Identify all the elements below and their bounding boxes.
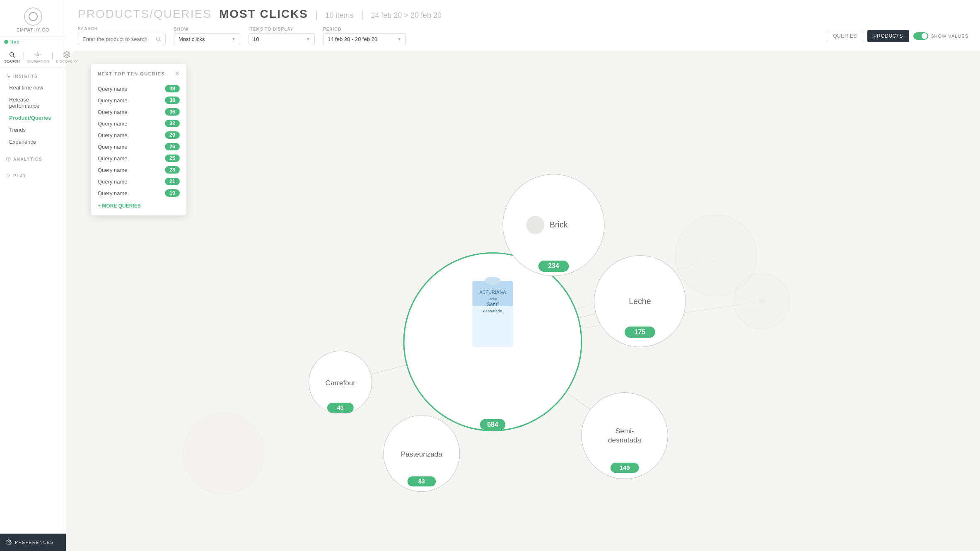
items-filter: ITEMS TO DISPLAY 10 25 50 ▼ xyxy=(249,27,315,45)
insights-label: INSIGHTS xyxy=(6,74,60,79)
sidebar-nav: SEARCH | NAVIGATION | DISCOVERY xyxy=(0,47,66,68)
query-row[interactable]: Query name 29 xyxy=(98,129,180,141)
show-values-label: SHOW VALUES xyxy=(931,34,968,39)
preferences-button[interactable]: PREFERENCES xyxy=(0,534,66,551)
search-icon xyxy=(155,36,161,42)
page-title-sub: MOST CLICKS xyxy=(219,7,308,21)
query-row[interactable]: Query name 23 xyxy=(98,164,180,176)
svg-text:234: 234 xyxy=(548,262,559,269)
query-name: Query name xyxy=(98,144,128,150)
sidebar-item-release[interactable]: Release performance xyxy=(6,94,60,111)
content-area: NEXT TOP TEN QUERIES ✕ Query name 39 Que… xyxy=(66,51,980,551)
search-input-wrap xyxy=(78,33,166,45)
query-row[interactable]: Query name 32 xyxy=(98,118,180,129)
items-count: 10 items xyxy=(326,11,354,20)
search-input[interactable] xyxy=(82,36,153,42)
sidebar-item-navigation[interactable]: NAVIGATION xyxy=(24,49,51,65)
query-row[interactable]: Query name 26 xyxy=(98,141,180,152)
bubble-brick[interactable]: Brick 234 xyxy=(503,174,604,276)
page-title-area: PRODUCTS/QUERIES MOST CLICKS | 10 items … xyxy=(78,7,968,21)
show-filter: SHOW Most clicks Most searches No result… xyxy=(174,27,240,45)
svg-point-19 xyxy=(183,413,264,494)
query-row[interactable]: Query name 36 xyxy=(98,106,180,118)
query-name: Query name xyxy=(98,167,128,173)
show-select-wrap[interactable]: Most clicks Most searches No results ▼ xyxy=(174,33,240,45)
svg-text:desnatada: desnatada xyxy=(483,309,502,313)
svg-text:684: 684 xyxy=(487,421,498,428)
svg-text:43: 43 xyxy=(337,404,344,411)
query-name: Query name xyxy=(98,86,128,92)
svg-point-27 xyxy=(485,277,501,285)
query-count-badge: 29 xyxy=(165,131,180,139)
query-name: Query name xyxy=(98,155,128,162)
period-chevron-icon: ▼ xyxy=(397,37,401,41)
svg-text:83: 83 xyxy=(418,478,425,485)
query-count-badge: 39 xyxy=(165,85,180,92)
bubble-pasteurizada[interactable]: Pasteurizada 83 xyxy=(384,416,460,492)
toggle-track[interactable] xyxy=(913,32,928,40)
query-row[interactable]: Query name 38 xyxy=(98,94,180,106)
page-title-main: PRODUCTS/QUERIES xyxy=(78,7,212,21)
bubble-leche[interactable]: Leche 175 xyxy=(594,256,686,347)
svg-text:Leche: Leche xyxy=(629,297,651,306)
popup-close-button[interactable]: ✕ xyxy=(174,70,180,77)
bubble-carrefour[interactable]: Carrefour 43 xyxy=(309,351,372,414)
svg-text:Semi: Semi xyxy=(487,302,499,307)
main-content: PRODUCTS/QUERIES MOST CLICKS | 10 items … xyxy=(66,0,980,551)
query-row[interactable]: Query name 25 xyxy=(98,152,180,164)
query-count-badge: 36 xyxy=(165,108,180,116)
svg-point-2 xyxy=(37,54,39,56)
svg-text:175: 175 xyxy=(635,329,646,336)
sidebar-item-search[interactable]: SEARCH xyxy=(2,49,22,65)
show-values-toggle[interactable]: SHOW VALUES xyxy=(913,32,968,40)
svg-line-1 xyxy=(13,56,15,58)
more-queries-button[interactable]: + MORE QUERIES xyxy=(98,203,180,209)
sidebar-item-experience[interactable]: Experience xyxy=(6,136,60,147)
svg-text:leche: leche xyxy=(488,297,497,301)
show-filter-label: SHOW xyxy=(174,27,240,31)
items-select-wrap[interactable]: 10 25 50 ▼ xyxy=(249,33,315,45)
queries-button[interactable]: QUERIES xyxy=(827,30,863,42)
svg-point-7 xyxy=(156,37,159,40)
query-count-badge: 23 xyxy=(165,166,180,174)
query-name: Query name xyxy=(98,109,128,115)
query-name: Query name xyxy=(98,190,128,196)
live-dot xyxy=(4,40,8,44)
search-filter: SEARCH xyxy=(78,27,166,45)
play-label: PLAY xyxy=(6,173,60,178)
central-product-bubble[interactable]: ASTURIANA leche Semi desnatada 684 xyxy=(404,253,582,431)
svg-marker-5 xyxy=(7,174,10,178)
svg-text:149: 149 xyxy=(620,464,630,471)
blurred-bubble-2: 39 xyxy=(734,273,790,329)
query-count-badge: 21 xyxy=(165,178,180,185)
header: PRODUCTS/QUERIES MOST CLICKS | 10 items … xyxy=(66,0,980,51)
query-row[interactable]: Query name 39 xyxy=(98,83,180,94)
period-display: 14 feb 20 > 20 feb 20 xyxy=(371,11,442,20)
period-filter-label: PERIOD xyxy=(323,27,406,31)
items-filter-label: ITEMS TO DISPLAY xyxy=(249,27,315,31)
logo-icon xyxy=(24,7,42,26)
sidebar-item-realtime[interactable]: Real time now xyxy=(6,82,60,93)
blurred-bubble-3 xyxy=(183,413,264,494)
period-filter: PERIOD 14 feb 20 - 20 feb 20 ▼ xyxy=(323,27,406,45)
items-select[interactable]: 10 25 50 xyxy=(253,36,306,42)
query-row[interactable]: Query name 21 xyxy=(98,176,180,187)
logo-text: EMPATHY.CO xyxy=(17,27,50,32)
svg-text:Carrefour: Carrefour xyxy=(326,379,356,387)
bubble-semidesnatada[interactable]: Semi- desnatada 149 xyxy=(582,393,668,479)
logo-area: EMPATHY.CO xyxy=(0,0,66,37)
filters-bar: SEARCH SHOW Most clicks Most searches No… xyxy=(78,27,968,51)
period-select-wrap[interactable]: 14 feb 20 - 20 feb 20 ▼ xyxy=(323,33,406,45)
products-button[interactable]: PRODUCTS xyxy=(867,30,909,42)
svg-text:ASTURIANA: ASTURIANA xyxy=(479,290,506,295)
query-count-badge: 26 xyxy=(165,143,180,150)
sidebar-item-trends[interactable]: Trends xyxy=(6,124,60,135)
show-select[interactable]: Most clicks Most searches No results xyxy=(179,36,232,42)
search-filter-label: SEARCH xyxy=(78,27,166,31)
svg-text:Semi-: Semi- xyxy=(616,427,634,435)
svg-text:Pasteurizada: Pasteurizada xyxy=(401,450,443,458)
period-select[interactable]: 14 feb 20 - 20 feb 20 xyxy=(328,36,397,42)
query-row[interactable]: Query name 19 xyxy=(98,187,180,199)
sidebar-item-productqueries[interactable]: Product/Queries xyxy=(6,112,60,123)
sidebar-item-discovery[interactable]: DISCOVERY xyxy=(53,49,80,65)
